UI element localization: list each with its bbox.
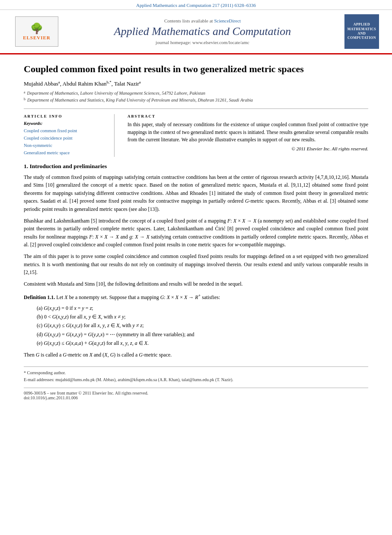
copyright: © 2011 Elsevier Inc. All rights reserved… (127, 146, 368, 151)
paragraph-2: Bhashkar and Lakshmikantham [5] introduc… (24, 217, 368, 249)
journal-logo-right: APPLIEDMATHEMATICSANDCOMPUTATION (344, 14, 379, 49)
affil-text-1: Department of Mathematics, Lahore Univer… (27, 90, 205, 97)
affil-line-2: b Department of Mathematics and Statisti… (24, 97, 368, 104)
section1-heading: 1. Introduction and preliminaries (24, 163, 368, 170)
journal-center: Contents lists available at ScienceDirec… (69, 18, 336, 45)
sciencedirect-line: Contents lists available at ScienceDirec… (69, 18, 336, 23)
affil-sup-a: a (24, 90, 25, 97)
issn-line: 0096-3003/$ – see front matter © 2011 El… (24, 391, 368, 395)
journal-citation: Applied Mathematics and Computation 217 … (0, 0, 392, 10)
sup-a2: a (139, 80, 141, 84)
keywords-heading: Keywords: (24, 121, 106, 126)
email-line: E-mail addresses: mujahid@lums.edu.pk (M… (24, 376, 368, 383)
def-item-e: (e) G(x,y,z) ≤ G(x,a,a) + G(a,y,z) for a… (37, 339, 368, 347)
authors-line: Mujahid Abbasa, Abdul Rahim Khanb,*, Tal… (24, 80, 368, 87)
keyword-3[interactable]: Non-symmetric (24, 142, 106, 150)
abstract-text: In this paper, study of necessary condit… (127, 121, 368, 143)
affil-text-2: Department of Mathematics and Statistics… (27, 97, 253, 104)
journal-title: Applied Mathematics and Computation (69, 25, 336, 38)
definition-block: Definition 1.1. Let X be a nonempty set.… (24, 292, 368, 359)
sciencedirect-label: Contents lists available at (164, 18, 213, 23)
paper-content: Coupled common fixed point results in tw… (0, 54, 392, 409)
footer-bottom: 0096-3003/$ – see front matter © 2011 El… (24, 388, 368, 400)
footer-divider (24, 366, 368, 367)
paragraph-4: Consistent with Mustafa and Sims [10], t… (24, 280, 368, 288)
citation-text: Applied Mathematics and Computation 217 … (136, 3, 256, 8)
affil-sup-b: b (24, 97, 25, 104)
def-intro: Let X be a nonempty set. Suppose that a … (56, 294, 220, 300)
sup-b: b,* (106, 80, 111, 84)
affiliations: a Department of Mathematics, Lahore Univ… (24, 90, 368, 104)
def-list: (a) G(x,y,z) = 0 if x = y = z; (b) 0 < G… (37, 304, 368, 348)
def-item-c: (c) G(x,x,y) ≤ G(x,y,z) for all x, y, z … (37, 321, 368, 330)
abstract-heading: ABSTRACT (127, 114, 368, 118)
elsevier-logo-section: 🌳 ELSEVIER (13, 16, 61, 47)
def-item-d: (d) G(x,y,z) = G(x,z,y) = G(y,z,x) = ⋯ (… (37, 330, 368, 339)
def-item-a: (a) G(x,y,z) = 0 if x = y = z; (37, 304, 368, 312)
affil-line-1: a Department of Mathematics, Lahore Univ… (24, 90, 368, 97)
keyword-1[interactable]: Coupled common fixed point (24, 127, 106, 135)
def-then: Then G is called a G-metric on X and (X,… (24, 351, 368, 359)
elsevier-logo-box: 🌳 ELSEVIER (15, 16, 58, 47)
journal-header: 🌳 ELSEVIER Contents lists available at S… (0, 10, 392, 54)
email-addresses: mujahid@lums.edu.pk (M. Abbas), arahim@k… (55, 377, 233, 382)
article-info-heading: ARTICLE INFO (24, 114, 106, 118)
elsevier-tree-icon: 🌳 (30, 23, 43, 34)
article-info-abstract: ARTICLE INFO Keywords: Coupled common fi… (24, 108, 368, 156)
footer-notes: * Corresponding author. E-mail addresses… (24, 369, 368, 383)
def-title: Definition 1.1. (24, 294, 55, 300)
logo-right-title: APPLIEDMATHEMATICSANDCOMPUTATION (347, 22, 376, 41)
email-label: E-mail addresses: (24, 377, 54, 382)
abstract-col: ABSTRACT In this paper, study of necessa… (127, 114, 368, 156)
elsevier-label: ELSEVIER (23, 35, 51, 40)
paper-title: Coupled common fixed point results in tw… (24, 63, 368, 76)
paragraph-1: The study of common fixed points of mapp… (24, 173, 368, 213)
corresponding-label: * Corresponding author. (24, 369, 368, 376)
paragraph-3: The aim of this paper is to prove some c… (24, 252, 368, 277)
journal-homepage: journal homepage: www.elsevier.com/locat… (69, 40, 336, 45)
keywords-list: Coupled common fixed point Coupled coinc… (24, 127, 106, 156)
doi-line: doi:10.1016/j.amc.2011.01.006 (24, 395, 368, 400)
keyword-4[interactable]: Generalized metric space (24, 150, 106, 157)
keyword-2[interactable]: Coupled coincidence point (24, 135, 106, 142)
sup-a1: a (58, 80, 60, 84)
sciencedirect-link[interactable]: ScienceDirect (214, 18, 241, 23)
def-item-b: (b) 0 < G(x,y,z) for all x, y ∈ X, with … (37, 312, 368, 321)
article-info-col: ARTICLE INFO Keywords: Coupled common fi… (24, 114, 115, 156)
